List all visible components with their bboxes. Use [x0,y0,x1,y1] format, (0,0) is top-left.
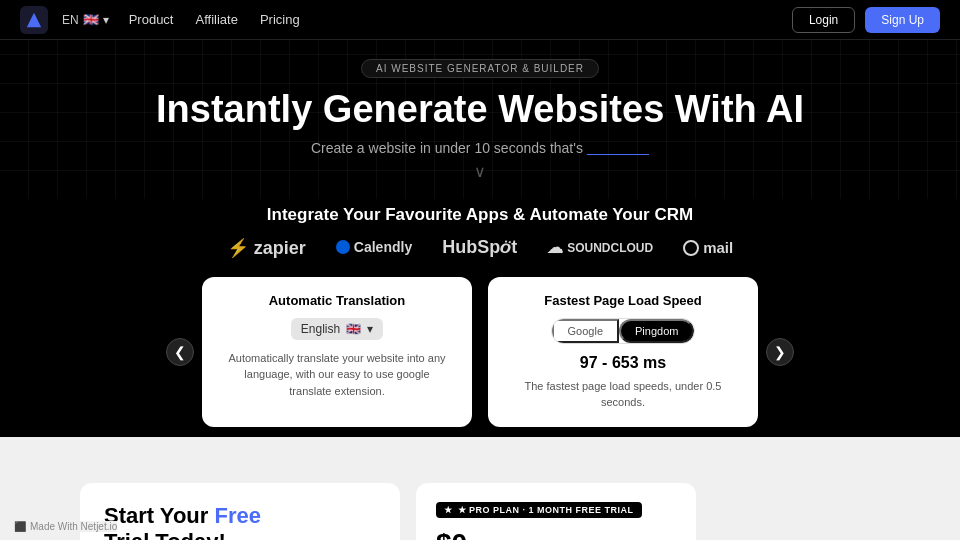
nav-buttons: Login Sign Up [792,7,940,33]
trial-card: Start Your Free Trial Today! Unlock all … [80,483,400,540]
ai-badge: AI WEBSITE GENERATOR & BUILDER [361,59,599,78]
auto-translation-title: Automatic Translation [222,293,452,308]
hero-section: AI WEBSITE GENERATOR & BUILDER Instantly… [0,40,960,199]
pingdom-tab[interactable]: Pingdom [619,319,694,343]
hero-title: Instantly Generate Websites With AI [20,88,940,132]
lang-code: EN [62,13,79,27]
made-with-footer: ⬛ Made With Netjet.io [14,521,117,532]
wave-divider [0,437,960,467]
page-speed-title: Fastest Page Load Speed [508,293,738,308]
hubspot-logo: HubSpöt [442,237,517,258]
trial-title: Start Your Free Trial Today! [104,503,376,540]
nav-affiliate[interactable]: Affiliate [195,12,237,27]
dropdown-chevron: ▾ [367,322,373,336]
flag-icon: 🇬🇧 [346,322,361,336]
made-with-text: Made With Netjet.io [30,521,117,532]
hero-subtitle: Create a website in under 10 seconds tha… [20,140,940,156]
prev-button[interactable]: ❮ [166,338,194,366]
login-button[interactable]: Login [792,7,855,33]
lang-label: English [301,322,340,336]
brand-logo[interactable] [20,6,48,34]
chevron-down-icon: ▾ [103,13,109,27]
next-button[interactable]: ❯ [766,338,794,366]
logos-row: ⚡ zapier Calendly HubSpöt ☁ SOUNDCLOUD m… [0,233,960,263]
calendly-logo: Calendly [336,239,412,257]
language-dropdown[interactable]: English 🇬🇧 ▾ [291,318,383,340]
speed-tabs: Google Pingdom [551,318,696,344]
price-main: $0 [436,528,467,540]
integration-section: Integrate Your Favourite Apps & Automate… [0,199,960,267]
speed-description: The fastest page load speeds, under 0.5 … [508,378,738,411]
soundcloud-logo: ☁ SOUNDCLOUD [547,238,653,257]
page-speed-card: Fastest Page Load Speed Google Pingdom 9… [488,277,758,427]
price-display: $0 /Month [436,528,676,540]
signup-button[interactable]: Sign Up [865,7,940,33]
pro-badge: ★ ★ PRO PLAN · 1 MONTH FREE TRIAL [436,502,642,518]
features-row: ❮ Automatic Translation English 🇬🇧 ▾ Aut… [0,267,960,437]
star-icon: ★ [444,505,453,515]
svg-marker-0 [27,12,41,26]
auto-translation-desc: Automatically translate your website int… [222,350,452,400]
pricing-card: ★ ★ PRO PLAN · 1 MONTH FREE TRIAL $0 /Mo… [416,483,696,540]
zapier-logo: ⚡ zapier [227,237,306,259]
scroll-indicator: ∨ [20,162,940,181]
flag-icon: 🇬🇧 [83,12,99,27]
integration-title: Integrate Your Favourite Apps & Automate… [0,205,960,225]
language-selector[interactable]: EN 🇬🇧 ▾ [62,12,109,27]
auto-translation-card: Automatic Translation English 🇬🇧 ▾ Autom… [202,277,472,427]
navbar: EN 🇬🇧 ▾ Product Affiliate Pricing Login … [0,0,960,40]
mail-logo: mail [683,239,733,256]
made-with-icon: ⬛ [14,521,26,532]
google-tab[interactable]: Google [552,319,619,343]
speed-value: 97 - 653 ms [508,354,738,372]
nav-links: Product Affiliate Pricing [129,12,792,27]
trial-title-part2: Trial Today! [104,529,226,540]
nav-pricing[interactable]: Pricing [260,12,300,27]
nav-product[interactable]: Product [129,12,174,27]
bottom-section: Start Your Free Trial Today! Unlock all … [0,467,960,540]
